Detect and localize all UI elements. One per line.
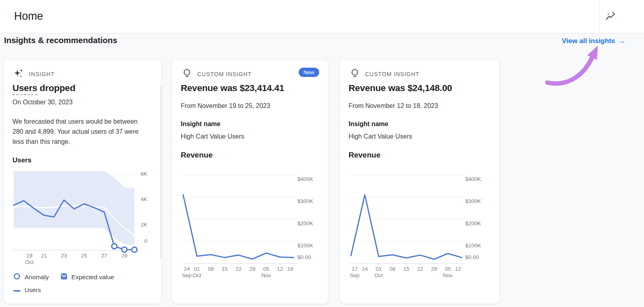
- section-title: Insights & recommendations: [4, 35, 117, 45]
- svg-text:05: 05: [263, 266, 269, 272]
- svg-text:12: 12: [277, 266, 283, 272]
- svg-text:$100K: $100K: [465, 243, 481, 249]
- svg-text:25: 25: [81, 253, 87, 259]
- svg-text:$400K: $400K: [297, 176, 313, 182]
- insight-name-value: High Cart Value Users: [349, 133, 412, 140]
- svg-text:22: 22: [417, 266, 423, 272]
- svg-text:22: 22: [235, 266, 242, 272]
- svg-text:$200K: $200K: [465, 220, 481, 226]
- svg-text:15: 15: [222, 266, 228, 272]
- revenue-line-chart[interactable]: $400K$300K$200K$100K$0.00240108152229051…: [172, 166, 329, 281]
- svg-text:Oct: Oct: [25, 259, 33, 265]
- svg-text:24: 24: [184, 266, 190, 272]
- svg-text:01: 01: [194, 266, 200, 272]
- insight-name-label: Insight name: [349, 120, 388, 128]
- svg-text:19: 19: [26, 253, 32, 259]
- card-type-label: INSIGHT: [29, 71, 55, 77]
- insight-description: We forecasted that users would be betwee…: [12, 116, 147, 147]
- users-line-chart[interactable]: 02K4K6K192123252729Oct: [4, 162, 159, 267]
- card-title-rest: dropped: [37, 83, 76, 93]
- svg-text:29: 29: [431, 266, 437, 272]
- svg-text:29: 29: [121, 253, 127, 259]
- svg-text:01: 01: [376, 266, 382, 272]
- card-type-label: CUSTOM INSIGHT: [197, 71, 252, 77]
- svg-text:Sep: Sep: [182, 272, 192, 278]
- card-header: CUSTOM INSIGHT: [349, 68, 419, 80]
- svg-text:$400K: $400K: [465, 176, 481, 182]
- svg-text:$0.00: $0.00: [297, 254, 311, 260]
- svg-text:$300K: $300K: [297, 198, 313, 204]
- card-title: Revenue was $23,414.41: [181, 83, 284, 93]
- arrow-right-icon: →: [618, 37, 625, 46]
- sparkle-icon: [13, 68, 24, 80]
- insight-card-users-dropped[interactable]: INSIGHT Users dropped On October 30, 202…: [3, 59, 162, 304]
- svg-text:19: 19: [287, 266, 293, 272]
- svg-text:6K: 6K: [140, 171, 147, 177]
- svg-text:24: 24: [362, 266, 368, 272]
- lightbulb-icon: [349, 68, 360, 80]
- insight-name-value: High Cart Value Users: [181, 133, 244, 140]
- lightbulb-icon: [182, 68, 192, 80]
- svg-text:$100K: $100K: [297, 243, 313, 249]
- custom-insight-card-nov12-18[interactable]: CUSTOM INSIGHT Revenue was $24,148.00 Fr…: [339, 59, 500, 304]
- topbar: Home: [0, 0, 644, 33]
- insights-sparkline-icon[interactable]: [605, 11, 616, 22]
- card-header: CUSTOM INSIGHT: [182, 68, 252, 80]
- svg-text:4K: 4K: [140, 196, 147, 202]
- svg-text:Oct: Oct: [193, 272, 201, 278]
- svg-text:Nov: Nov: [261, 272, 271, 278]
- svg-text:05: 05: [445, 266, 451, 272]
- chart-legend-row-2: Users: [13, 286, 41, 294]
- svg-text:17: 17: [351, 266, 357, 272]
- svg-text:$200K: $200K: [297, 220, 313, 226]
- new-badge: New: [299, 68, 319, 77]
- svg-text:Oct: Oct: [374, 272, 383, 278]
- svg-text:0: 0: [144, 238, 147, 244]
- card-title: Revenue was $24,148.00: [349, 83, 452, 93]
- svg-text:29: 29: [249, 266, 255, 272]
- topbar-divider: [599, 0, 600, 33]
- svg-text:12: 12: [455, 266, 461, 272]
- svg-text:15: 15: [403, 266, 409, 272]
- card-date-range: From November 19 to 25, 2023: [181, 102, 270, 110]
- svg-text:Nov: Nov: [443, 272, 453, 278]
- svg-text:23: 23: [61, 253, 67, 259]
- svg-text:08: 08: [390, 266, 396, 272]
- svg-text:08: 08: [208, 266, 214, 272]
- card-scrollbar-thumb[interactable]: [160, 86, 162, 259]
- svg-text:$0.00: $0.00: [465, 254, 479, 260]
- chart-title: Revenue: [181, 151, 213, 160]
- card-date-range: From November 12 to 18, 2023: [349, 102, 438, 110]
- users-legend-icon: [13, 286, 21, 294]
- revenue-line-chart[interactable]: $400K$300K$200K$100K$0.00172401081522290…: [340, 166, 497, 281]
- custom-insight-card-nov19-25[interactable]: CUSTOM INSIGHT New Revenue was $23,414.4…: [171, 59, 328, 304]
- view-all-insights-label: View all insights: [562, 37, 615, 45]
- chart-legend-row-1: Anomaly Expected value: [13, 273, 114, 282]
- view-all-insights-link[interactable]: View all insights →: [562, 37, 625, 46]
- anomaly-legend-icon: [13, 273, 21, 282]
- card-date: On October 30, 2023: [12, 99, 72, 106]
- card-type-label: CUSTOM INSIGHT: [365, 71, 419, 77]
- card-header: INSIGHT: [13, 68, 55, 80]
- users-legend-label: Users: [25, 286, 41, 294]
- page-title: Home: [14, 10, 43, 23]
- svg-text:21: 21: [41, 253, 47, 259]
- anomaly-legend-label: Anomaly: [25, 274, 49, 281]
- svg-text:Sep: Sep: [350, 272, 359, 278]
- svg-text:$300K: $300K: [465, 198, 481, 204]
- expected-value-legend-icon: [61, 273, 67, 281]
- expected-value-legend-label: Expected value: [71, 274, 114, 281]
- card-title: Users dropped: [12, 83, 75, 93]
- insight-name-label: Insight name: [181, 120, 221, 128]
- chart-title: Revenue: [349, 151, 380, 160]
- card-title-term: Users: [12, 83, 37, 95]
- svg-text:2K: 2K: [140, 222, 147, 228]
- svg-text:27: 27: [101, 253, 107, 259]
